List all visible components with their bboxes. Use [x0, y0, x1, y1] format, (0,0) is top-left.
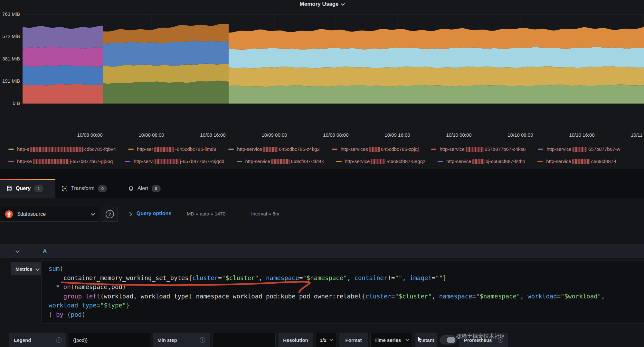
instant-toggle[interactable] [440, 335, 457, 344]
resolution-label-text: Resolution [283, 337, 308, 343]
promql-code-editor[interactable]: sum( container_memory_working_set_bytes{… [41, 260, 644, 324]
x-axis-tick: 10/08 08:00 [129, 132, 174, 138]
editor-tab-bar: Query 1 Transform 0 Alert 0 [0, 169, 644, 198]
legend-item[interactable]: http-services645cdbc785-zpjqj [332, 146, 419, 152]
legend-item[interactable]: http-service657b877b67-w [538, 146, 620, 152]
legend-series-name: http-scdbc785-fqbv4 [17, 146, 116, 152]
chevron-down-icon [341, 2, 345, 6]
datasource-value: $datasource [17, 211, 87, 217]
x-axis-tick: 10/08 16:00 [190, 132, 235, 138]
datasource-row: $datasource Query options MD = auto = 14… [0, 204, 644, 224]
query-editor-area: Metrics sum( container_memory_working_se… [0, 258, 644, 326]
series-color-dash [8, 161, 14, 162]
query-options-md: MD = auto = 1470 [187, 211, 225, 216]
info-icon[interactable] [200, 337, 205, 343]
metrics-dropdown-button[interactable]: Metrics [11, 262, 44, 275]
tab-alert-label: Alert [137, 186, 148, 191]
legend-item[interactable]: http-ser-645cdbc785-llmd9 [128, 146, 216, 152]
series-color-dash [125, 161, 130, 162]
chevron-down-icon [35, 267, 40, 271]
series-area [23, 84, 103, 104]
panel-title: Memory Usage [300, 1, 339, 7]
legend-format-value: {{pod}} [73, 337, 88, 343]
legend-series-name: http-ser-645cdbc785-llmd9 [137, 146, 216, 152]
metrics-button-label: Metrics [15, 266, 33, 272]
panel-header[interactable]: Memory Usage [0, 0, 644, 8]
tab-query-badge: 1 [34, 185, 43, 192]
watermark: @稀土掘金技术社区 [456, 333, 505, 340]
memory-usage-panel: Memory Usage 763 MiB572 MiB381 MiB191 Mi… [0, 0, 644, 169]
redacted-blur [466, 147, 484, 152]
legend-item[interactable]: http-servij-657b877b67-mjqdd [125, 159, 224, 164]
legend-option-label: Legend [9, 333, 66, 347]
query-row-header[interactable]: A [0, 244, 644, 258]
legend-item[interactable]: http-service669cf887-4kt4k [237, 159, 324, 164]
x-axis-tick: 10/10 16:00 [559, 132, 604, 138]
series-area [23, 47, 103, 67]
transform-icon [62, 186, 68, 191]
redacted-blur [33, 159, 69, 164]
series-color-dash [228, 149, 234, 150]
redacted-blur [271, 159, 290, 164]
tab-alert[interactable]: Alert 0 [128, 179, 161, 198]
tab-query-label: Query [16, 186, 31, 191]
code-line: workload_type="$type"} [49, 301, 609, 310]
format-value: Time series [374, 337, 401, 343]
query-options-link[interactable]: Query options [137, 211, 171, 216]
x-axis-tick: 10/09 08:00 [313, 132, 358, 138]
chevron-down-icon [91, 212, 95, 216]
datasource-help-button[interactable] [102, 207, 118, 222]
redacted-blur [30, 147, 83, 152]
query-options-toolbar: Legend {{pod}} Min step Resolution 1/2 F… [9, 333, 508, 347]
tab-transform[interactable]: Transform 0 [62, 179, 107, 198]
series-color-dash [438, 161, 443, 162]
resolution-value: 1/2 [320, 337, 327, 343]
legend-series-name: http-servicec669cf887-f [546, 159, 616, 164]
code-line: * on(namespace,pod) [49, 282, 609, 292]
mouse-cursor [416, 335, 424, 344]
code-line: sum( [49, 264, 609, 273]
resolution-option-label: Resolution [278, 333, 313, 347]
prometheus-icon [5, 210, 13, 218]
toggle-knob [447, 337, 455, 343]
x-axis-tick: 10/09 00:00 [252, 132, 297, 138]
stacked-area-chart[interactable] [23, 14, 644, 104]
min-step-input[interactable] [213, 333, 276, 347]
redacted-blur [369, 147, 380, 152]
min-step-option-label: Min step [153, 333, 210, 347]
legend-item[interactable]: http-service657b877b67-c4ks8 [431, 146, 526, 152]
legend-item[interactable]: http-sej-657b877b67-gj56q [8, 159, 113, 164]
collapse-chevron-icon [15, 249, 20, 253]
redacted-blur [155, 159, 179, 164]
format-label-text: Format [346, 337, 362, 343]
resolution-select[interactable]: 1/2 [316, 333, 337, 347]
series-area [229, 47, 644, 68]
format-select[interactable]: Time series [370, 333, 413, 347]
legend-item[interactable]: http-servicebj-c669cf887-fsthn [438, 159, 525, 164]
legend-series-name: http-service669cf887-4kt4k [245, 159, 324, 164]
legend-series-name: http-service645cdbc785-z4kg2 [237, 146, 319, 152]
legend-series-name: http-servicebj-c669cf887-fsthn [446, 159, 525, 164]
y-axis-tick: 381 MiB [0, 56, 20, 61]
series-area [103, 64, 229, 84]
redacted-blur [573, 147, 587, 152]
info-icon[interactable] [56, 337, 62, 343]
x-axis-tick: 10/11 00:00 [621, 132, 644, 138]
legend-series-name: http-service657b877b67-c4ks8 [440, 146, 526, 152]
series-color-dash [336, 161, 342, 162]
redacted-blur [154, 147, 174, 152]
datasource-picker[interactable]: $datasource [0, 207, 99, 222]
format-option-label: Format [339, 333, 368, 347]
query-options-interval: Interval = 5m [251, 211, 279, 216]
legend-item[interactable]: http-servicec669cf887-f [537, 159, 616, 164]
legend-item[interactable]: http-service645cdbc785-z4kg2 [228, 146, 319, 152]
tab-query[interactable]: Query 1 [0, 179, 55, 198]
redacted-blur [572, 159, 590, 164]
legend-item[interactable]: http-scdbc785-fqbv4 [8, 146, 116, 152]
y-axis-tick: 191 MiB [0, 78, 20, 84]
legend-format-input[interactable]: {{pod}} [69, 333, 150, 347]
legend-item[interactable]: http-service-c669cf887-58gq2 [336, 159, 425, 164]
series-area [103, 81, 229, 104]
series-color-dash [431, 149, 436, 150]
x-axis: 10/08 00:0010/08 08:0010/08 16:0010/09 0… [23, 132, 644, 140]
